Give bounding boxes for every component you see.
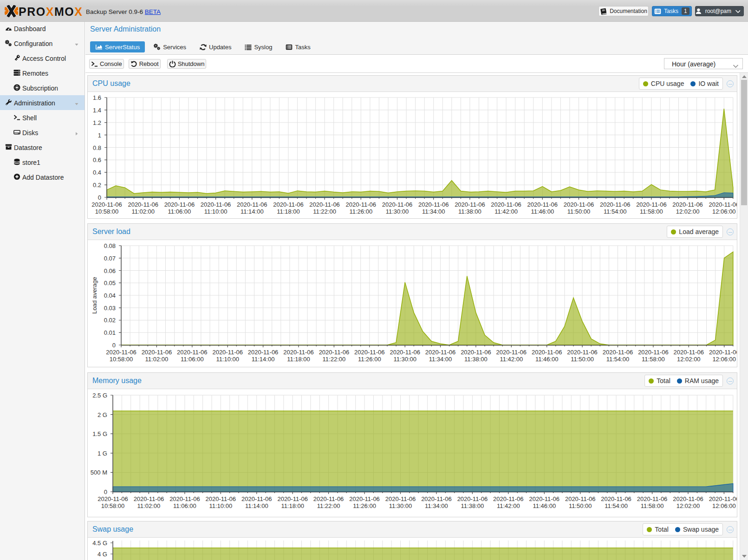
svg-text:10:58:00: 10:58:00 xyxy=(101,502,125,509)
svg-text:2020-11-06: 2020-11-06 xyxy=(709,495,737,502)
svg-text:11:50:00: 11:50:00 xyxy=(569,502,592,509)
svg-text:Load average: Load average xyxy=(91,277,98,314)
svg-text:11:54:00: 11:54:00 xyxy=(604,208,627,215)
svg-text:11:46:00: 11:46:00 xyxy=(531,208,554,215)
svg-text:2020-11-06: 2020-11-06 xyxy=(354,349,385,356)
svg-text:11:34:00: 11:34:00 xyxy=(429,356,452,363)
svg-text:2020-11-06: 2020-11-06 xyxy=(425,349,456,356)
svg-text:11:06:00: 11:06:00 xyxy=(168,208,191,215)
svg-text:0: 0 xyxy=(112,342,116,349)
svg-text:11:50:00: 11:50:00 xyxy=(567,208,591,215)
svg-text:0.05: 0.05 xyxy=(104,280,116,287)
svg-text:2020-11-06: 2020-11-06 xyxy=(248,349,279,356)
svg-text:2020-11-06: 2020-11-06 xyxy=(206,495,236,502)
svg-text:11:14:00: 11:14:00 xyxy=(252,356,275,363)
svg-text:11:38:00: 11:38:00 xyxy=(461,502,484,509)
svg-text:11:38:00: 11:38:00 xyxy=(464,356,488,363)
svg-text:2020-11-06: 2020-11-06 xyxy=(529,495,560,502)
svg-text:2020-11-06: 2020-11-06 xyxy=(496,349,527,356)
svg-text:11:26:00: 11:26:00 xyxy=(349,208,372,215)
svg-text:4.5 G: 4.5 G xyxy=(92,540,107,547)
svg-text:2020-11-06: 2020-11-06 xyxy=(638,349,669,356)
svg-text:2020-11-06: 2020-11-06 xyxy=(461,349,491,356)
svg-text:2020-11-06: 2020-11-06 xyxy=(493,495,524,502)
svg-text:0.04: 0.04 xyxy=(104,292,116,299)
svg-text:2020-11-06: 2020-11-06 xyxy=(603,349,633,356)
svg-text:11:06:00: 11:06:00 xyxy=(173,502,196,509)
svg-text:11:14:00: 11:14:00 xyxy=(245,502,268,509)
svg-text:1.6: 1.6 xyxy=(93,94,101,101)
svg-text:0.07: 0.07 xyxy=(104,255,116,262)
svg-text:2020-11-06: 2020-11-06 xyxy=(177,349,208,356)
svg-text:2020-11-06: 2020-11-06 xyxy=(98,495,128,502)
svg-text:2020-11-06: 2020-11-06 xyxy=(637,495,668,502)
svg-text:12:06:00: 12:06:00 xyxy=(712,502,736,509)
svg-text:11:10:00: 11:10:00 xyxy=(216,356,239,363)
svg-text:4 G: 4 G xyxy=(98,551,107,558)
svg-text:1.5 G: 1.5 G xyxy=(92,430,107,437)
svg-text:0.4: 0.4 xyxy=(93,169,101,176)
svg-text:11:54:00: 11:54:00 xyxy=(606,356,630,363)
svg-text:2020-11-06: 2020-11-06 xyxy=(91,201,122,208)
svg-text:11:54:00: 11:54:00 xyxy=(605,502,628,509)
svg-text:500 M: 500 M xyxy=(91,469,107,476)
svg-text:11:42:00: 11:42:00 xyxy=(500,356,523,363)
svg-text:2020-11-06: 2020-11-06 xyxy=(672,201,703,208)
svg-text:2020-11-06: 2020-11-06 xyxy=(527,201,558,208)
svg-text:0.01: 0.01 xyxy=(104,329,116,336)
svg-text:11:02:00: 11:02:00 xyxy=(131,208,155,215)
svg-text:0.06: 0.06 xyxy=(104,267,116,274)
svg-text:11:42:00: 11:42:00 xyxy=(497,502,520,509)
svg-text:2020-11-06: 2020-11-06 xyxy=(455,201,485,208)
svg-text:12:06:00: 12:06:00 xyxy=(712,356,736,363)
svg-text:11:46:00: 11:46:00 xyxy=(533,502,556,509)
svg-text:2020-11-06: 2020-11-06 xyxy=(134,495,164,502)
svg-text:1 G: 1 G xyxy=(98,450,107,457)
svg-text:0.08: 0.08 xyxy=(104,242,116,249)
svg-text:0: 0 xyxy=(104,488,107,495)
svg-text:11:22:00: 11:22:00 xyxy=(317,502,340,509)
svg-text:2020-11-06: 2020-11-06 xyxy=(421,495,452,502)
svg-text:11:02:00: 11:02:00 xyxy=(137,502,161,509)
svg-text:2020-11-06: 2020-11-06 xyxy=(237,201,267,208)
svg-text:0.03: 0.03 xyxy=(104,305,116,312)
svg-text:2020-11-06: 2020-11-06 xyxy=(346,201,377,208)
svg-text:0.8: 0.8 xyxy=(93,144,101,151)
svg-text:2020-11-06: 2020-11-06 xyxy=(309,201,340,208)
svg-text:11:30:00: 11:30:00 xyxy=(389,502,412,509)
svg-text:12:06:00: 12:06:00 xyxy=(712,208,736,215)
svg-text:2.5 G: 2.5 G xyxy=(92,392,107,399)
svg-text:11:10:00: 11:10:00 xyxy=(204,208,228,215)
svg-text:2020-11-06: 2020-11-06 xyxy=(169,495,200,502)
svg-text:2020-11-06: 2020-11-06 xyxy=(600,201,631,208)
svg-text:2020-11-06: 2020-11-06 xyxy=(212,349,243,356)
svg-text:2020-11-06: 2020-11-06 xyxy=(319,349,350,356)
svg-text:2020-11-06: 2020-11-06 xyxy=(457,495,488,502)
svg-text:11:34:00: 11:34:00 xyxy=(422,208,445,215)
svg-text:2020-11-06: 2020-11-06 xyxy=(674,349,704,356)
svg-text:2020-11-06: 2020-11-06 xyxy=(283,349,314,356)
svg-text:2020-11-06: 2020-11-06 xyxy=(241,495,272,502)
svg-text:2020-11-06: 2020-11-06 xyxy=(106,349,137,356)
svg-text:11:42:00: 11:42:00 xyxy=(494,208,518,215)
svg-text:2020-11-06: 2020-11-06 xyxy=(164,201,195,208)
svg-text:2020-11-06: 2020-11-06 xyxy=(532,349,562,356)
svg-text:2 G: 2 G xyxy=(98,411,107,418)
svg-text:2020-11-06: 2020-11-06 xyxy=(273,201,304,208)
svg-text:11:58:00: 11:58:00 xyxy=(642,356,665,363)
svg-text:11:22:00: 11:22:00 xyxy=(323,356,346,363)
svg-text:2020-11-06: 2020-11-06 xyxy=(709,349,737,356)
svg-text:11:58:00: 11:58:00 xyxy=(640,208,663,215)
svg-text:2020-11-06: 2020-11-06 xyxy=(567,349,598,356)
svg-text:11:26:00: 11:26:00 xyxy=(353,502,376,509)
svg-text:11:38:00: 11:38:00 xyxy=(458,208,481,215)
svg-text:11:58:00: 11:58:00 xyxy=(641,502,664,509)
svg-text:12:02:00: 12:02:00 xyxy=(676,208,700,215)
svg-text:0.6: 0.6 xyxy=(93,156,101,163)
svg-text:2020-11-06: 2020-11-06 xyxy=(564,201,594,208)
svg-text:1.4: 1.4 xyxy=(93,107,101,114)
svg-text:2020-11-06: 2020-11-06 xyxy=(390,349,420,356)
svg-text:11:02:00: 11:02:00 xyxy=(145,356,169,363)
svg-text:2020-11-06: 2020-11-06 xyxy=(128,201,158,208)
svg-text:1.2: 1.2 xyxy=(93,119,101,126)
